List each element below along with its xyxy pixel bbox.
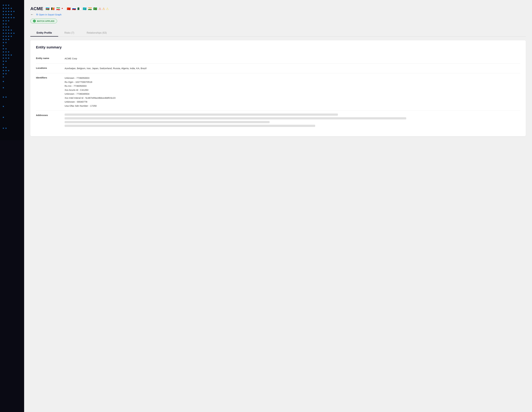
entity-name-value: ACME Corp bbox=[65, 57, 520, 61]
svg-rect-64 bbox=[3, 67, 4, 68]
addresses-skeleton bbox=[65, 114, 520, 128]
back-button[interactable]: ← bbox=[30, 12, 34, 17]
orange-warning-icon: ⚠ bbox=[102, 7, 105, 10]
svg-rect-18 bbox=[5, 17, 7, 18]
svg-rect-67 bbox=[5, 70, 7, 71]
iran-flag-icon: 🇮🇷 bbox=[56, 7, 61, 10]
red-warning-icon: ⚠ bbox=[98, 7, 101, 10]
svg-rect-29 bbox=[8, 27, 9, 28]
identifier-item: Unkinown - 00040778 bbox=[65, 100, 520, 104]
addresses-row: Addresses bbox=[36, 111, 520, 131]
addresses-label: Addresses bbox=[36, 114, 61, 116]
identifier-item: Ru Ogm - 1027700070518 bbox=[65, 80, 520, 84]
svg-rect-76 bbox=[3, 106, 4, 107]
svg-rect-73 bbox=[3, 87, 4, 88]
svg-rect-30 bbox=[3, 29, 4, 31]
header: ACME 🇦🇿 🇧🇪 🇮🇷 ● 🇨🇳 🇷🇺 🇩🇿 🇰🇿 🇮🇳 🇧🇷 ⚠ ⚠ ⚠ … bbox=[30, 6, 526, 27]
svg-rect-71 bbox=[3, 76, 4, 77]
svg-rect-36 bbox=[8, 33, 9, 34]
svg-rect-24 bbox=[8, 20, 9, 21]
tabs: Entity Profile Risks (7) Relationships (… bbox=[30, 29, 526, 37]
identifier-item: Ru Inn - 7736050003 bbox=[65, 84, 520, 88]
entity-name-row: Entity name ACME Corp bbox=[36, 54, 520, 64]
svg-rect-40 bbox=[5, 36, 7, 37]
identifier-item: Unknown - 7736046504 bbox=[65, 92, 520, 96]
locations-row: Locations Azerbaijan, Belgium, Iran, Jap… bbox=[36, 64, 520, 73]
svg-rect-75 bbox=[5, 96, 7, 98]
svg-rect-6 bbox=[8, 8, 9, 9]
svg-rect-39 bbox=[3, 36, 4, 37]
skeleton-bar-1 bbox=[65, 114, 338, 116]
identifier-item: Usa Ofac Sdn Number - 17250 bbox=[65, 104, 520, 108]
svg-rect-16 bbox=[11, 14, 12, 15]
svg-rect-53 bbox=[8, 51, 9, 52]
svg-rect-28 bbox=[5, 27, 7, 28]
svg-rect-57 bbox=[11, 55, 12, 56]
svg-rect-31 bbox=[5, 29, 7, 31]
svg-rect-68 bbox=[8, 70, 9, 71]
svg-rect-9 bbox=[5, 11, 7, 12]
tab-entity-profile[interactable]: Entity Profile bbox=[30, 29, 58, 37]
svg-rect-10 bbox=[8, 11, 9, 12]
check-icon: ✓ bbox=[33, 20, 36, 22]
svg-rect-42 bbox=[11, 36, 12, 37]
locations-label: Locations bbox=[36, 66, 61, 69]
svg-rect-20 bbox=[11, 17, 12, 18]
svg-rect-77 bbox=[3, 117, 4, 118]
svg-rect-35 bbox=[5, 33, 7, 34]
svg-rect-50 bbox=[5, 48, 7, 49]
identifier-item: Unknown - 7736050003 bbox=[65, 76, 520, 80]
svg-rect-55 bbox=[5, 55, 7, 56]
belgium-flag-icon: 🇧🇪 bbox=[51, 7, 55, 10]
skeleton-bar-2 bbox=[65, 117, 406, 119]
svg-rect-8 bbox=[3, 11, 4, 12]
svg-rect-59 bbox=[5, 57, 7, 59]
svg-rect-62 bbox=[5, 61, 7, 62]
svg-rect-17 bbox=[3, 17, 4, 18]
entity-summary-card: Entity summary Entity name ACME Corp Loc… bbox=[30, 40, 526, 136]
svg-rect-22 bbox=[3, 20, 4, 21]
identifiers-value: Unknown - 7736050003 Ru Ogm - 1027700070… bbox=[65, 76, 520, 108]
right-panel: ACME 🇦🇿 🇧🇪 🇮🇷 ● 🇨🇳 🇷🇺 🇩🇿 🇰🇿 🇮🇳 🇧🇷 ⚠ ⚠ ⚠ … bbox=[24, 0, 532, 412]
identifiers-row: Identifiers Unknown - 7736050003 Ru Ogm … bbox=[36, 73, 520, 111]
svg-rect-1 bbox=[3, 5, 4, 6]
japan-dot-icon: ● bbox=[61, 7, 66, 10]
svg-rect-58 bbox=[3, 57, 4, 59]
svg-rect-5 bbox=[5, 8, 7, 9]
svg-rect-48 bbox=[3, 45, 4, 46]
svg-rect-25 bbox=[3, 23, 4, 24]
svg-rect-70 bbox=[5, 73, 7, 74]
identifier-item: Xxx Acuris Id - C41263 bbox=[65, 88, 520, 92]
identifier-item: Xxx Intel Interal Id - 5c487e99a18bbce4b… bbox=[65, 96, 520, 100]
tab-relationships[interactable]: Relationships (63) bbox=[80, 29, 113, 37]
svg-rect-4 bbox=[3, 8, 4, 9]
card-title: Entity summary bbox=[36, 45, 520, 49]
azerbaijan-flag-icon: 🇦🇿 bbox=[46, 7, 50, 10]
svg-rect-46 bbox=[3, 42, 4, 43]
svg-rect-45 bbox=[8, 39, 9, 40]
svg-rect-38 bbox=[13, 33, 14, 34]
svg-rect-54 bbox=[3, 55, 4, 56]
svg-rect-3 bbox=[8, 5, 9, 6]
tab-risks[interactable]: Risks (7) bbox=[58, 29, 80, 37]
match-badge-label: MATCH APPLIED bbox=[37, 20, 55, 22]
svg-rect-52 bbox=[5, 51, 7, 52]
russia-flag-icon: 🇷🇺 bbox=[72, 7, 76, 10]
kazakhstan-flag-icon: 🇰🇿 bbox=[83, 7, 87, 10]
entity-name-label: Entity name bbox=[36, 57, 61, 59]
china-flag-icon: 🇨🇳 bbox=[67, 7, 71, 10]
svg-rect-65 bbox=[5, 67, 7, 68]
match-badge: ✓ MATCH APPLIED bbox=[30, 19, 57, 23]
svg-rect-19 bbox=[8, 17, 9, 18]
svg-rect-23 bbox=[5, 20, 7, 21]
svg-rect-51 bbox=[3, 51, 4, 52]
algeria-flag-icon: 🇩🇿 bbox=[77, 7, 82, 10]
open-in-sayari-link[interactable]: ⧉ Open in Sayari Graph bbox=[36, 13, 61, 16]
svg-rect-74 bbox=[3, 96, 4, 98]
svg-rect-72 bbox=[3, 81, 4, 82]
nav-row: ← ⧉ Open in Sayari Graph bbox=[30, 12, 526, 17]
identifiers-label: Identifiers bbox=[36, 76, 61, 79]
flags-row: 🇦🇿 🇧🇪 🇮🇷 ● 🇨🇳 🇷🇺 🇩🇿 🇰🇿 🇮🇳 🇧🇷 ⚠ ⚠ ⚠ bbox=[46, 7, 109, 10]
svg-rect-33 bbox=[11, 29, 12, 31]
entity-name: ACME bbox=[30, 6, 43, 11]
